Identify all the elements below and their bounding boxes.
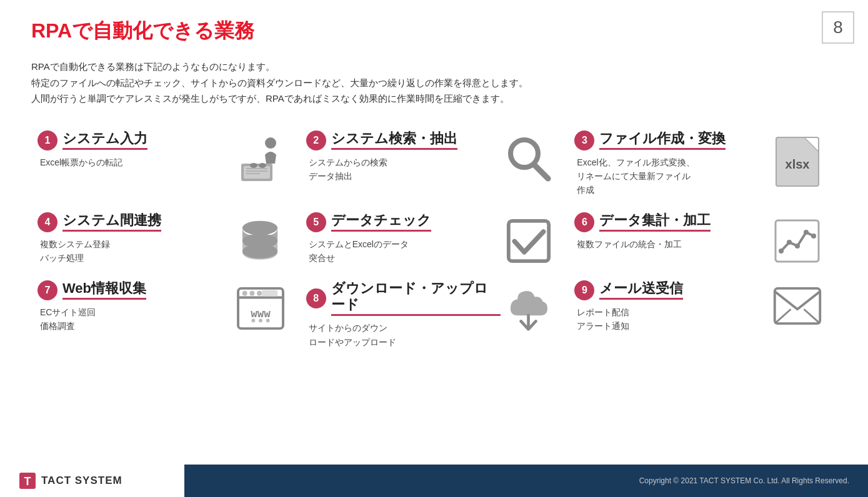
- svg-point-10: [242, 220, 277, 235]
- person-computer-icon: [232, 137, 289, 180]
- item-3-content: 3 ファイル作成・変換 Excel化、ファイル形式変換、リネームにて大量新ファイ…: [574, 130, 769, 197]
- item-4-badge: 4: [37, 212, 57, 232]
- item-6-title: データ集計・加工: [599, 212, 711, 232]
- item-6-desc: 複数ファイルの統合・加工: [574, 237, 769, 251]
- item-6-content: 6 データ集計・加工 複数ファイルの統合・加工: [574, 212, 769, 251]
- description: RPAで自動化できる業務は下記のようなものになります。 特定のファイルへの転記や…: [31, 59, 837, 107]
- footer-right: Copyright © 2021 TACT SYSTEM Co. Ltd. Al…: [184, 465, 868, 497]
- items-grid: 1 システム入力 Excel帳票からの転記: [31, 124, 837, 358]
- svg-point-23: [249, 290, 254, 295]
- mail-icon: [769, 287, 826, 325]
- item-2-badge: 2: [306, 130, 326, 150]
- item-5-content: 5 データチェック システムとExcelのデータ突合せ: [306, 212, 501, 265]
- svg-line-9: [534, 165, 548, 179]
- www-icon: www: [232, 287, 289, 330]
- item-4-title: システム間連携: [62, 212, 161, 232]
- item-3-desc: Excel化、ファイル形式変換、リネームにて大量新ファイル作成: [574, 155, 769, 197]
- item-6-badge: 6: [574, 212, 594, 232]
- svg-point-29: [266, 318, 269, 322]
- desc-line-2: 特定のファイルへの転記やチェック、サイトからの資料ダウンロードなど、大量かつ繰り…: [31, 75, 837, 91]
- item-1-content: 1 システム入力 Excel帳票からの転記: [37, 130, 232, 169]
- svg-point-16: [787, 240, 792, 245]
- tact-logo-icon: T: [19, 472, 36, 490]
- svg-point-19: [811, 234, 816, 239]
- footer-company-name: TACT SYSTEM: [41, 475, 122, 487]
- check-icon: [501, 219, 557, 263]
- item-6: 6 データ集計・加工 複数ファイルの統合・加工: [568, 206, 837, 274]
- item-8-badge: 8: [306, 288, 326, 308]
- item-7: 7 Web情報収集 ECサイト巡回価格調査: [31, 274, 300, 358]
- svg-line-33: [804, 309, 820, 323]
- svg-point-17: [795, 244, 800, 248]
- item-9-desc: レポート配信アラート通知: [574, 305, 769, 333]
- database-icon: [232, 219, 289, 265]
- cloud-download-icon: [501, 287, 557, 332]
- svg-rect-25: [262, 290, 277, 297]
- page-number: 8: [822, 11, 854, 44]
- item-5: 5 データチェック システムとExcelのデータ突合せ: [300, 206, 569, 274]
- item-7-desc: ECサイト巡回価格調査: [37, 305, 232, 333]
- item-2: 2 システム検索・抽出 システムからの検索データ抽出: [300, 124, 569, 206]
- chart-icon: [769, 219, 826, 263]
- item-3-header: 3 ファイル作成・変換: [574, 130, 769, 150]
- item-6-header: 6 データ集計・加工: [574, 212, 769, 232]
- item-9-header: 9 メール送受信: [574, 280, 769, 300]
- item-1-title: システム入力: [62, 130, 147, 150]
- svg-point-22: [242, 290, 247, 295]
- item-8-content: 8 ダウンロード・アップロード サイトからのダウンロードやアップロード: [306, 280, 501, 350]
- item-2-desc: システムからの検索データ抽出: [306, 155, 501, 184]
- item-1-badge: 1: [37, 130, 57, 150]
- svg-point-15: [779, 248, 784, 253]
- item-4-header: 4 システム間連携: [37, 212, 232, 232]
- item-1: 1 システム入力 Excel帳票からの転記: [31, 124, 300, 206]
- svg-point-27: [251, 318, 255, 322]
- footer-copyright: Copyright © 2021 TACT SYSTEM Co. Ltd. Al…: [639, 476, 849, 485]
- item-9-content: 9 メール送受信 レポート配信アラート通知: [574, 280, 769, 333]
- item-3-badge: 3: [574, 130, 594, 150]
- svg-point-7: [259, 163, 266, 168]
- page-container: 8 RPAで自動化できる業務 RPAで自動化できる業務は下記のようなものになりま…: [0, 0, 868, 497]
- item-8-desc: サイトからのダウンロードやアップロード: [306, 321, 501, 349]
- svg-point-6: [250, 163, 257, 168]
- item-3: 3 ファイル作成・変換 Excel化、ファイル形式変換、リネームにて大量新ファイ…: [568, 124, 837, 206]
- item-8-header: 8 ダウンロード・アップロード: [306, 280, 501, 317]
- svg-text:www: www: [251, 307, 271, 319]
- item-7-badge: 7: [37, 280, 57, 300]
- footer: T TACT SYSTEM Copyright © 2021 TACT SYST…: [0, 465, 868, 497]
- item-5-header: 5 データチェック: [306, 212, 501, 232]
- footer-logo-area: T TACT SYSTEM: [0, 465, 184, 497]
- svg-point-24: [257, 290, 262, 295]
- item-4-desc: 複数システム登録バッチ処理: [37, 237, 232, 265]
- item-7-header: 7 Web情報収集: [37, 280, 232, 300]
- desc-line-1: RPAで自動化できる業務は下記のようなものになります。: [31, 59, 837, 75]
- item-2-header: 2 システム検索・抽出: [306, 130, 501, 150]
- item-9: 9 メール送受信 レポート配信アラート通知: [568, 274, 837, 358]
- search-icon: [501, 137, 557, 180]
- svg-text:T: T: [24, 475, 31, 488]
- item-1-header: 1 システム入力: [37, 130, 232, 150]
- desc-line-3: 人間が行うと単調でケアレスミスが発生しがちですが、RPAであればミスなく効果的に…: [31, 91, 837, 107]
- item-9-badge: 9: [574, 280, 594, 300]
- item-4: 4 システム間連携 複数システム登録バッチ処理: [31, 206, 300, 274]
- item-2-title: システム検索・抽出: [331, 130, 457, 150]
- item-3-title: ファイル作成・変換: [599, 130, 726, 150]
- svg-point-28: [259, 318, 262, 322]
- svg-rect-14: [776, 220, 819, 262]
- item-1-desc: Excel帳票からの転記: [37, 155, 232, 169]
- item-2-content: 2 システム検索・抽出 システムからの検索データ抽出: [306, 130, 501, 184]
- item-8-title: ダウンロード・アップロード: [331, 280, 501, 317]
- svg-point-18: [804, 230, 809, 235]
- item-8: 8 ダウンロード・アップロード サイトからのダウンロードやアップロード: [300, 274, 569, 358]
- svg-point-12: [242, 244, 277, 258]
- item-4-content: 4 システム間連携 複数システム登録バッチ処理: [37, 212, 232, 265]
- item-5-title: データチェック: [331, 212, 431, 232]
- item-5-desc: システムとExcelのデータ突合せ: [306, 237, 501, 265]
- svg-rect-2: [244, 166, 270, 179]
- item-7-title: Web情報収集: [62, 280, 146, 300]
- svg-point-0: [265, 137, 276, 149]
- page-title: RPAで自動化できる業務: [31, 17, 837, 45]
- item-5-badge: 5: [306, 212, 326, 232]
- item-7-content: 7 Web情報収集 ECサイト巡回価格調査: [37, 280, 232, 333]
- svg-line-32: [775, 309, 791, 323]
- excel-icon: xlsx: [769, 137, 826, 187]
